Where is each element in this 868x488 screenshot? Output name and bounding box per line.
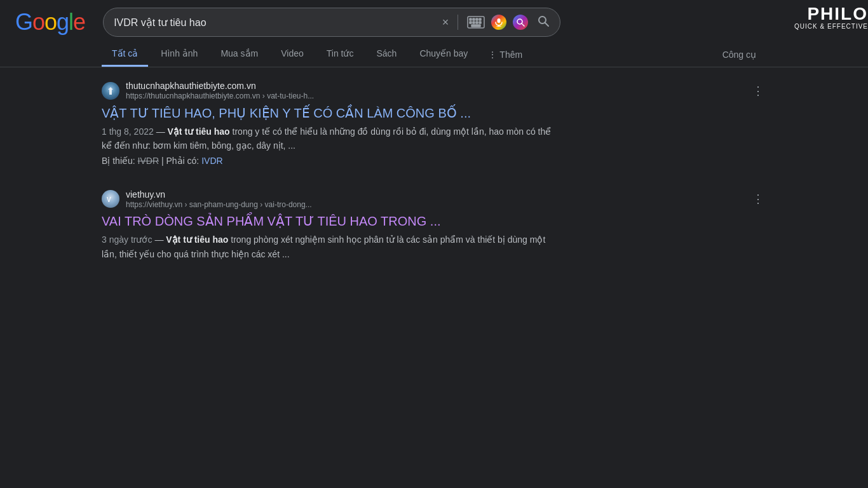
tab-video[interactable]: Video	[271, 42, 314, 67]
svg-rect-5	[470, 22, 471, 24]
svg-rect-6	[473, 22, 475, 24]
svg-text:V: V	[107, 196, 111, 203]
must-have-term[interactable]: IVDR	[201, 156, 222, 166]
tab-chuyen-bay[interactable]: Chuyến bay	[409, 42, 478, 67]
snippet-bold: Vật tư tiêu hao	[168, 126, 230, 137]
missing-term: IVDR	[138, 156, 159, 166]
nav-tabs: Tất cả Hình ảnh Mua sắm Video Tin tức Sá…	[0, 42, 868, 67]
site-info: thutucnhapkhauthietbiyte.com.vn https://…	[126, 80, 314, 102]
search-divider	[458, 15, 458, 30]
google-logo: Google	[15, 9, 85, 36]
dots-icon: ⋮	[488, 50, 497, 60]
logo-letter-g1: G	[15, 9, 32, 35]
logo-letter-o2: o	[44, 9, 57, 35]
tab-mua-sam[interactable]: Mua sắm	[210, 42, 268, 67]
nav-tools[interactable]: Công cụ	[712, 43, 766, 66]
result-title[interactable]: VAI TRÒ DÒNG SẢN PHẨM VẬT TƯ TIÊU HAO TR…	[102, 212, 766, 230]
search-bar[interactable]: ×	[103, 8, 560, 37]
svg-rect-8	[479, 22, 481, 24]
result-more-button[interactable]: ⋮	[750, 189, 766, 208]
svg-rect-3	[476, 18, 478, 20]
svg-line-14	[522, 24, 524, 26]
tab-tin-tuc[interactable]: Tin tức	[316, 42, 364, 67]
header: Google ×	[0, 0, 868, 37]
logo-letter-e: e	[73, 9, 85, 35]
result-date: 1 thg 8, 2022	[102, 126, 154, 137]
site-favicon	[102, 82, 119, 100]
mic-icon[interactable]	[491, 15, 506, 30]
result-site-row: V viethuy.vn https://viethuy.vn › san-ph…	[102, 189, 766, 210]
must-have-label: | Phải có:	[161, 156, 201, 166]
search-submit-icon[interactable]	[537, 15, 550, 30]
logo-letter-o1: o	[32, 9, 44, 35]
site-favicon: V	[102, 190, 119, 208]
tab-tat-ca[interactable]: Tất cả	[102, 42, 148, 67]
results-area: thutucnhapkhauthietbiyte.com.vn https://…	[0, 67, 868, 297]
logo-letter-g2: g	[57, 9, 69, 35]
site-url: https://viethuy.vn › san-pham-ung-dung ›…	[126, 200, 312, 210]
site-name: thutucnhapkhauthietbiyte.com.vn	[126, 80, 314, 92]
result-item: thutucnhapkhauthietbiyte.com.vn https://…	[102, 80, 766, 166]
clear-search-icon[interactable]: ×	[442, 16, 449, 29]
svg-rect-2	[473, 18, 475, 20]
svg-line-16	[545, 22, 549, 26]
snippet-bold: Vật tư tiêu hao	[166, 234, 228, 245]
more-label: Thêm	[499, 50, 522, 60]
missing-label: Bị thiếu:	[102, 156, 138, 166]
site-url: https://thutucnhapkhauthietbiyte.com.vn …	[126, 92, 314, 102]
result-snippet: 1 thg 8, 2022 — Vật tư tiêu hao trong y …	[102, 125, 559, 153]
snippet-dash: —	[156, 126, 168, 137]
site-name: viethuy.vn	[126, 189, 312, 200]
philo-watermark: PHILO QUICK & EFFECTIVE	[794, 5, 868, 30]
philo-title: PHILO	[794, 5, 868, 23]
svg-rect-10	[498, 18, 501, 23]
result-site-row: thutucnhapkhauthietbiyte.com.vn https://…	[102, 80, 766, 102]
nav-more[interactable]: ⋮ Thêm	[480, 43, 530, 66]
snippet-dash: —	[154, 234, 166, 245]
svg-rect-9	[471, 25, 480, 27]
keyboard-icon[interactable]	[467, 16, 485, 29]
result-snippet: 3 ngày trước — Vật tư tiêu hao trong phò…	[102, 233, 559, 261]
tab-hinh-anh[interactable]: Hình ảnh	[151, 42, 208, 67]
svg-rect-4	[479, 18, 481, 20]
result-missing: Bị thiếu: IVDR | Phải có: IVDR	[102, 156, 766, 166]
tab-sach[interactable]: Sách	[366, 42, 407, 67]
result-title[interactable]: VẬT TƯ TIÊU HAO, PHỤ KIỆN Y TẾ CÓ CẦN LÀ…	[102, 104, 766, 122]
search-input[interactable]	[114, 17, 435, 28]
philo-subtitle: QUICK & EFFECTIVE	[794, 23, 868, 30]
result-item: V viethuy.vn https://viethuy.vn › san-ph…	[102, 189, 766, 262]
site-info: viethuy.vn https://viethuy.vn › san-pham…	[126, 189, 312, 210]
result-date: 3 ngày trước	[102, 234, 152, 245]
svg-rect-7	[476, 22, 478, 24]
lens-icon[interactable]	[513, 15, 528, 30]
result-more-button[interactable]: ⋮	[750, 81, 766, 100]
svg-rect-1	[470, 18, 471, 20]
